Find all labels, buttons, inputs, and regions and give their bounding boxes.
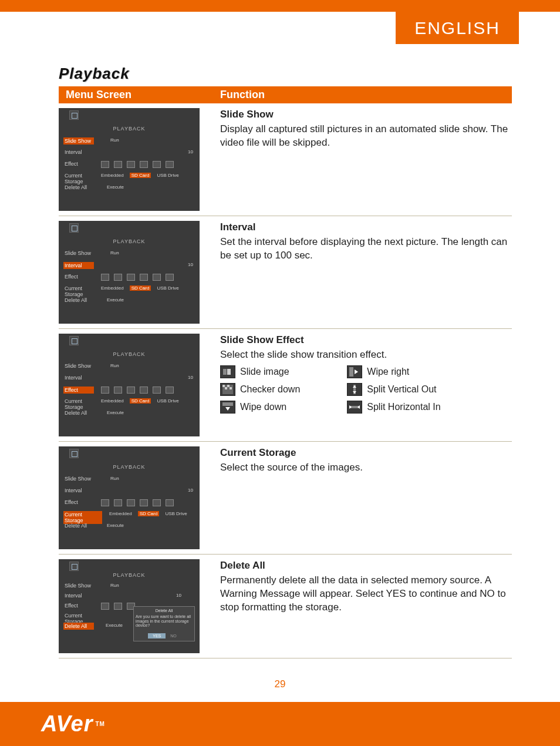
interval-value: 10 <box>188 149 193 154</box>
effect-split-vertical-out: Split Vertical Out <box>347 383 440 396</box>
menu-screenshot-cell: PLAYBACK Slide Show Run Interval 10 Effe… <box>59 108 220 211</box>
effect-label: Split Horizontal In <box>367 401 440 414</box>
storage-embedded: Embedded <box>109 511 132 516</box>
storage-options: Embedded SD Card USB Drive <box>101 173 179 178</box>
logo-tm: TM <box>95 721 104 727</box>
slide-image-icon <box>220 365 235 378</box>
menu-item-deleteall: Delete All <box>63 623 94 630</box>
header-menu-screen: Menu Screen <box>59 89 220 101</box>
function-body: Select the slide show transition effect. <box>220 348 512 362</box>
svg-marker-10 <box>355 369 358 374</box>
header-function: Function <box>220 89 512 101</box>
function-cell: Interval Set the interval before display… <box>220 221 512 324</box>
menu-item-effect: Effect <box>63 387 94 394</box>
run-label: Run <box>110 583 119 588</box>
effect-icon-strip <box>101 499 189 507</box>
dialog-title: Delete All <box>136 609 193 613</box>
storage-usb: USB Drive <box>157 398 178 404</box>
menu-item-deleteall: Delete All <box>65 410 95 416</box>
playback-menu-slideshow: PLAYBACK Slide Show Run Interval 10 Effe… <box>59 108 200 211</box>
menu-screenshot-cell: PLAYBACK Slide Show Run Interval 10 Effe… <box>59 221 220 324</box>
playback-menu-interval: PLAYBACK Slide Show Run Interval 10 Effe… <box>59 221 200 324</box>
storage-options: Embedded SD Card USB Drive <box>101 398 179 404</box>
effect-wipe-right: Wipe right <box>347 365 440 378</box>
execute-label: Execute <box>106 623 123 628</box>
execute-label: Execute <box>107 184 124 190</box>
storage-usb: USB Drive <box>157 173 178 178</box>
effect-icon-strip <box>101 273 189 281</box>
playback-tab-icon <box>69 223 79 233</box>
language-tab: ENGLISH <box>396 12 519 44</box>
svg-marker-16 <box>357 405 360 409</box>
function-title: Current Storage <box>220 446 512 460</box>
playback-label: PLAYBACK <box>59 126 200 132</box>
svg-marker-12 <box>353 385 356 388</box>
storage-options: Embedded SD Card USB Drive <box>109 511 187 516</box>
playback-label: PLAYBACK <box>59 572 200 578</box>
playback-menu-deleteall: PLAYBACK Slide Show Run Interval 10 Effe… <box>59 559 200 653</box>
svg-rect-7 <box>222 402 233 406</box>
execute-label: Execute <box>107 297 124 303</box>
menu-item-interval: Interval <box>65 593 95 599</box>
menu-screenshot-cell: PLAYBACK Slide Show Run Interval 10 Effe… <box>59 446 220 549</box>
menu-item-slideshow: Slide Show <box>65 583 95 589</box>
interval-value: 10 <box>188 262 193 267</box>
menu-item-effect: Effect <box>65 274 95 280</box>
table-row: PLAYBACK Slide Show Run Interval 10 Effe… <box>59 555 512 658</box>
menu-item-storage: Current Storage <box>65 173 102 184</box>
execute-label: Execute <box>107 523 124 528</box>
storage-sdcard: SD Card <box>130 398 151 404</box>
page-number: 29 <box>0 678 560 690</box>
menu-item-interval: Interval <box>65 488 95 493</box>
svg-marker-8 <box>225 407 230 411</box>
storage-usb: USB Drive <box>165 511 187 516</box>
storage-embedded: Embedded <box>101 285 124 291</box>
menu-item-interval: Interval <box>65 149 95 155</box>
footer-bar: AVer TM <box>0 702 560 746</box>
interval-value: 10 <box>176 593 181 598</box>
playback-label: PLAYBACK <box>59 351 200 357</box>
svg-rect-0 <box>223 369 227 375</box>
table-row: PLAYBACK Slide Show Run Interval 10 Effe… <box>59 103 512 216</box>
effect-split-horizontal-in: Split Horizontal In <box>347 401 440 414</box>
table-header: Menu Screen Function <box>59 86 512 103</box>
effect-icon-strip <box>101 602 136 610</box>
effect-label: Slide image <box>240 365 289 378</box>
effect-label: Split Vertical Out <box>367 383 436 396</box>
svg-rect-9 <box>349 367 353 377</box>
dialog-yes-button[interactable]: YES <box>148 633 166 639</box>
effect-slide-image: Slide image <box>220 365 300 378</box>
menu-item-slideshow: Slide Show <box>65 476 95 482</box>
function-cell: Delete All Permanently delete all the da… <box>220 559 512 653</box>
playback-tab-icon <box>69 562 79 571</box>
effect-checker-down: Checker down <box>220 383 300 396</box>
effect-label: Checker down <box>240 383 300 396</box>
effect-icon-strip <box>101 160 189 169</box>
table-body: PLAYBACK Slide Show Run Interval 10 Effe… <box>59 103 512 658</box>
dialog-no-button[interactable]: NO <box>167 633 180 639</box>
menu-item-slideshow: Slide Show <box>65 363 95 369</box>
storage-usb: USB Drive <box>157 285 178 291</box>
run-label: Run <box>110 476 119 481</box>
effect-wipe-down: Wipe down <box>220 401 300 414</box>
aver-logo: AVer TM <box>41 711 105 737</box>
effect-label: Wipe down <box>240 401 286 414</box>
wipe-right-icon <box>347 365 362 378</box>
table-row: PLAYBACK Slide Show Run Interval 10 Effe… <box>59 216 512 329</box>
menu-item-interval: Interval <box>65 375 95 381</box>
playback-label: PLAYBACK <box>59 238 200 244</box>
wipe-down-icon <box>220 401 235 414</box>
interval-value: 10 <box>188 375 193 380</box>
playback-label: PLAYBACK <box>59 464 200 470</box>
menu-item-storage: Current Storage <box>65 285 102 297</box>
page-content: Playback Menu Screen Function PLAYBACK S… <box>0 12 560 658</box>
svg-marker-13 <box>353 391 356 394</box>
function-title: Interval <box>220 221 512 234</box>
svg-rect-6 <box>230 387 232 389</box>
execute-label: Execute <box>107 410 124 415</box>
interval-value: 10 <box>188 488 193 493</box>
split-horizontal-in-icon <box>347 401 362 414</box>
storage-options: Embedded SD Card USB Drive <box>101 285 179 291</box>
delete-confirm-dialog: Delete All Are you sure want to delete a… <box>133 606 195 641</box>
function-title: Delete All <box>220 559 512 573</box>
